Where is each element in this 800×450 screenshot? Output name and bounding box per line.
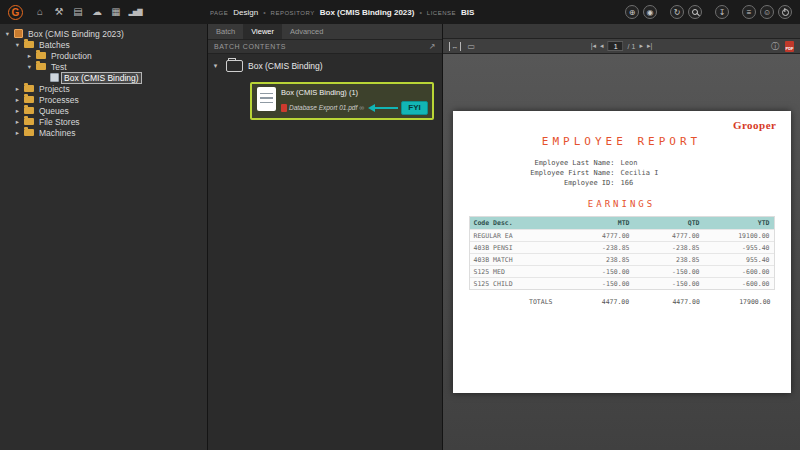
col-header: YTD (700, 219, 770, 227)
field-value: 166 (621, 179, 634, 187)
cell: -955.40 (700, 244, 770, 252)
open-new-window-icon[interactable]: ↗ (429, 42, 436, 51)
previous-page-icon[interactable]: ◂ (600, 42, 604, 50)
folder-icon (24, 96, 34, 103)
cloud-icon[interactable]: ☁ (89, 4, 105, 20)
tab-advanced[interactable]: Advanced (282, 24, 331, 39)
tree-item-test[interactable]: ▾ Test (0, 61, 207, 72)
batch-root-folder[interactable]: ▾ Box (CMIS Binding) (212, 60, 438, 72)
pdf-icon (281, 104, 287, 112)
home-icon[interactable]: ⌂ (32, 4, 48, 20)
cell: -238.85 (630, 244, 700, 252)
cell: 955.40 (700, 256, 770, 264)
search-icon[interactable] (688, 5, 702, 19)
batch-item-file-row[interactable]: Database Export 01.pdf ∞ FYI (281, 101, 427, 115)
folder-icon (24, 129, 34, 136)
tree-item-processes[interactable]: ▸ Processes (0, 94, 207, 105)
tree-item-label-selected: Box (CMIS Binding) (62, 73, 141, 83)
caret-collapsed-icon[interactable]: ▸ (14, 129, 21, 137)
add-icon[interactable]: ⊕ (625, 5, 639, 19)
tree-item-label: Production (49, 51, 94, 61)
user-icon[interactable]: ☺ (760, 5, 774, 19)
folder-icon (24, 107, 34, 114)
power-glyph (782, 9, 789, 16)
repository-value[interactable]: Box (CMIS Binding 2023) (320, 8, 415, 17)
repository-label: REPOSITORY (271, 10, 315, 16)
tree-item-box-cmis-binding[interactable]: Box (CMIS Binding) (0, 72, 207, 83)
batch-contents-tree: ▾ Box (CMIS Binding) Box (CMIS Binding) … (208, 54, 442, 450)
repository-icon (14, 29, 23, 38)
tree-item-production[interactable]: ▸ Production (0, 50, 207, 61)
caret-collapsed-icon[interactable]: ▸ (26, 52, 33, 60)
tree-item-label: Queues (37, 106, 71, 116)
totals-label: TOTALS (473, 298, 559, 306)
page-label: PAGE (210, 10, 228, 16)
caret-collapsed-icon[interactable]: ▸ (14, 96, 21, 104)
batch-item-meta: Box (CMIS Binding) (1) Database Export 0… (281, 87, 427, 115)
first-page-icon[interactable]: |◂ (591, 42, 596, 50)
cell: 4777.00 (630, 232, 700, 240)
cell: -150.00 (560, 268, 630, 276)
panel-tabs: Batch Viewer Advanced (208, 24, 442, 39)
document-title: EMPLOYEE REPORT (467, 135, 777, 148)
viewer-zoom-group: ↔ ▭ (449, 42, 475, 51)
power-icon[interactable] (778, 5, 792, 19)
caret-expanded-icon[interactable]: ▾ (26, 63, 33, 71)
fit-width-icon[interactable]: ↔ (449, 42, 461, 51)
cell: -600.00 (700, 280, 770, 288)
cell: S125 CHILD (474, 280, 560, 288)
folder-icon (226, 60, 243, 72)
batches-icon[interactable]: ▤ (70, 4, 86, 20)
caret-expanded-icon[interactable]: ▾ (4, 30, 11, 38)
tree-item-machines[interactable]: ▸ Machines (0, 127, 207, 138)
table-row: S125 CHILD -150.00 -150.00 -600.00 (470, 277, 774, 289)
tree-item-projects[interactable]: ▸ Projects (0, 83, 207, 94)
page-value[interactable]: Design (233, 8, 258, 17)
info-icon[interactable]: ⓘ (771, 41, 779, 52)
tab-viewer[interactable]: Viewer (243, 24, 282, 39)
grid-icon[interactable]: ▦ (108, 4, 124, 20)
topbar-actions: ⊕ ◉ ↻ ↧ ≡ ☺ (625, 5, 792, 19)
batch-icon (50, 73, 59, 82)
document-brand-logo: Grooper (467, 119, 777, 131)
record-icon[interactable]: ◉ (643, 5, 657, 19)
field-row: Employee Last Name: Leon (467, 159, 777, 167)
field-label: Employee ID: (467, 179, 615, 187)
pdf-view-icon[interactable]: PDF (785, 41, 794, 52)
folder-icon (24, 118, 34, 125)
cell: 238.85 (560, 256, 630, 264)
caret-collapsed-icon[interactable]: ▸ (14, 85, 21, 93)
tree-item-label: Test (49, 62, 69, 72)
caret-expanded-icon[interactable]: ▾ (212, 62, 219, 70)
refresh-icon[interactable]: ↻ (670, 5, 684, 19)
chart-icon[interactable]: ▂▅▇ (127, 4, 143, 20)
file-name: Database Export 01.pdf (289, 104, 357, 111)
stack-icon[interactable]: ≡ (742, 5, 756, 19)
last-page-icon[interactable]: ▸| (647, 42, 652, 50)
separator-dot: • (263, 9, 265, 16)
batch-contents-title: BATCH CONTENTS (214, 43, 286, 50)
tools-icon[interactable]: ⚒ (51, 4, 67, 20)
caret-collapsed-icon[interactable]: ▸ (14, 118, 21, 126)
document-page[interactable]: Grooper EMPLOYEE REPORT Employee Last Na… (453, 111, 791, 393)
tree-item-file-stores[interactable]: ▸ File Stores (0, 116, 207, 127)
next-page-icon[interactable]: ▸ (639, 42, 643, 50)
cell: 403B MATCH (474, 256, 560, 264)
tree-item-repository-root[interactable]: ▾ Box (CMIS Binding 2023) (0, 28, 207, 39)
batch-item-title: Box (CMIS Binding) (1) (281, 88, 427, 97)
tree-item-label: File Stores (37, 117, 82, 127)
batch-document-item[interactable]: Box (CMIS Binding) (1) Database Export 0… (250, 82, 434, 120)
cell: -150.00 (630, 268, 700, 276)
tab-batch[interactable]: Batch (208, 24, 243, 39)
top-bar: G ⌂ ⚒ ▤ ☁ ▦ ▂▅▇ PAGE Design • REPOSITORY… (0, 0, 800, 24)
caret-expanded-icon[interactable]: ▾ (14, 41, 21, 49)
caret-collapsed-icon[interactable]: ▸ (14, 107, 21, 115)
folder-icon (24, 41, 34, 48)
page-number-input[interactable] (608, 41, 624, 51)
tree-item-queues[interactable]: ▸ Queues (0, 105, 207, 116)
tree-item-label: Projects (37, 84, 72, 94)
download-icon[interactable]: ↧ (715, 5, 729, 19)
tree-item-batches[interactable]: ▾ Batches (0, 39, 207, 50)
col-header: MTD (560, 219, 630, 227)
fit-page-icon[interactable]: ▭ (468, 42, 476, 51)
